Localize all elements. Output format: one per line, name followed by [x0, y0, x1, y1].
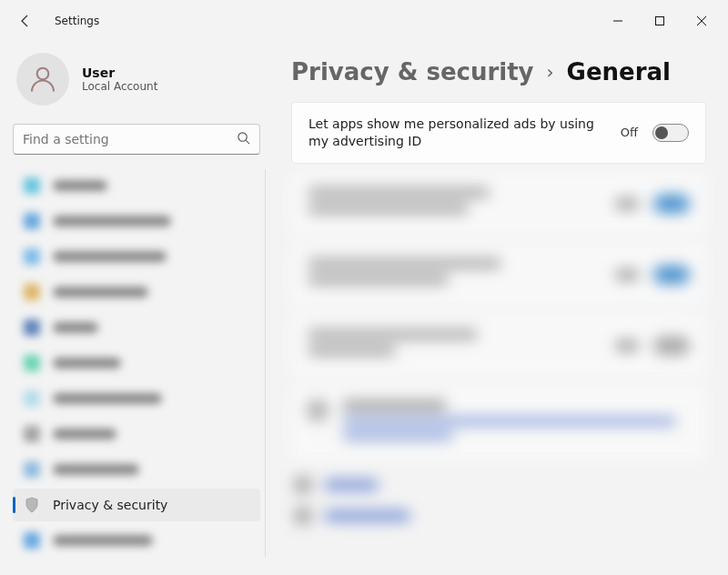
search-icon	[237, 131, 250, 148]
nav-item[interactable]	[13, 418, 260, 450]
user-account-type: Local Account	[82, 80, 157, 93]
svg-point-5	[238, 132, 247, 140]
nav-item[interactable]	[13, 347, 260, 379]
nav-item[interactable]	[13, 276, 260, 308]
sidebar: User Local Account Privacy & security	[0, 42, 273, 575]
user-name: User	[82, 66, 157, 80]
obscured-settings	[291, 173, 706, 531]
main-content: Privacy & security › General Let apps sh…	[273, 42, 728, 575]
toggle-switch[interactable]	[652, 124, 689, 142]
minimize-button[interactable]	[597, 7, 639, 35]
nav-item[interactable]	[13, 453, 260, 486]
breadcrumb-current: General	[567, 58, 671, 86]
nav-item[interactable]	[13, 524, 260, 557]
chevron-right-icon: ›	[547, 61, 554, 83]
svg-rect-1	[656, 17, 664, 25]
breadcrumb-parent[interactable]: Privacy & security	[291, 58, 534, 86]
breadcrumb: Privacy & security › General	[291, 58, 706, 86]
avatar	[16, 53, 69, 106]
nav-list: Privacy & security	[13, 169, 260, 557]
toggle-state-label: Off	[621, 126, 638, 139]
nav-item[interactable]	[13, 205, 260, 237]
svg-line-6	[246, 140, 249, 144]
nav-item[interactable]	[13, 240, 260, 273]
title-bar: Settings	[0, 0, 728, 42]
nav-item[interactable]	[13, 169, 260, 202]
shield-icon	[24, 497, 40, 513]
close-button[interactable]	[681, 7, 723, 35]
setting-advertising-id: Let apps show me personalized ads by usi…	[291, 102, 706, 164]
nav-item-privacy-security[interactable]: Privacy & security	[13, 489, 260, 521]
nav-item[interactable]	[13, 311, 260, 344]
setting-description: Let apps show me personalized ads by usi…	[308, 116, 606, 150]
svg-point-4	[37, 68, 49, 80]
user-block[interactable]: User Local Account	[13, 49, 260, 124]
search-input[interactable]	[23, 132, 229, 146]
nav-label: Privacy & security	[53, 498, 167, 512]
back-button[interactable]	[16, 12, 35, 30]
search-box[interactable]	[13, 124, 260, 155]
window-title: Settings	[55, 15, 99, 27]
nav-item[interactable]	[13, 382, 260, 415]
maximize-button[interactable]	[639, 7, 681, 35]
